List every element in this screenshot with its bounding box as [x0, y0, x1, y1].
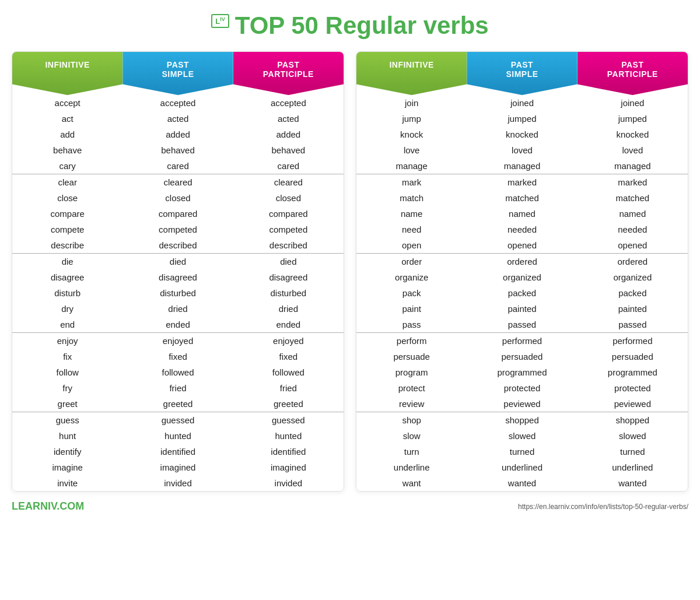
- verb-cell: end: [12, 317, 123, 332]
- table-row: lovelovedloved: [356, 142, 688, 158]
- verb-cell: competed: [123, 222, 233, 237]
- verb-cell: programmed: [578, 364, 688, 380]
- verb-cell: competed: [233, 222, 344, 237]
- verb-cell: hunted: [233, 428, 344, 444]
- verb-cell: fried: [123, 380, 233, 396]
- verb-cell: enjoyed: [233, 333, 344, 349]
- verb-cell: slow: [356, 428, 467, 444]
- table-row: turnturnedturned: [356, 444, 688, 459]
- verb-cell: protect: [356, 380, 467, 396]
- verb-cell: died: [123, 254, 233, 269]
- table-row: knockknockedknocked: [356, 127, 688, 142]
- verb-cell: cared: [123, 158, 233, 174]
- verb-cell: managed: [467, 158, 577, 174]
- footer-brand: LEARNIV.COM: [12, 500, 84, 513]
- verb-cell: packed: [578, 285, 688, 301]
- verb-cell: acted: [233, 111, 344, 127]
- verb-cell: ordered: [467, 254, 577, 269]
- verb-cell: marked: [578, 174, 688, 190]
- table-row: matchmatchedmatched: [356, 190, 688, 206]
- verb-cell: turned: [467, 444, 577, 459]
- table-row: competecompetedcompeted: [12, 222, 344, 237]
- left-header-infinitive: INFINITIVE: [12, 52, 123, 95]
- verb-cell: disturbed: [123, 285, 233, 301]
- table-row: clearclearedcleared: [12, 174, 344, 190]
- main-title: TOP 50 Regular verbs: [235, 12, 489, 40]
- table-row: persuadepersuadedpersuaded: [356, 349, 688, 364]
- verb-cell: behaved: [233, 142, 344, 158]
- verb-cell: jumped: [467, 111, 577, 127]
- table-row: guessguessedguessed: [12, 412, 344, 428]
- table-row: greetgreetedgreeted: [12, 396, 344, 412]
- verb-cell: programmed: [467, 364, 577, 380]
- logo-badge: LIV: [211, 14, 229, 28]
- table-row: fryfriedfried: [12, 380, 344, 396]
- table-row: performperformedperformed: [356, 332, 688, 349]
- verb-cell: identified: [233, 444, 344, 459]
- verb-cell: closed: [233, 190, 344, 206]
- table-row: disturbdisturbeddisturbed: [12, 285, 344, 301]
- verb-cell: cleared: [233, 174, 344, 190]
- verb-cell: performed: [467, 333, 577, 349]
- verb-cell: cared: [233, 158, 344, 174]
- table-row: markmarkedmarked: [356, 174, 688, 190]
- table-row: programprogrammedprogrammed: [356, 364, 688, 380]
- verb-cell: organize: [356, 269, 467, 285]
- left-table: INFINITIVE PASTSIMPLE PASTPARTICIPLE acc…: [12, 51, 344, 492]
- verb-cell: added: [233, 127, 344, 142]
- right-header-past-participle: PASTPARTICIPLE: [578, 52, 688, 95]
- verb-cell: disturbed: [233, 285, 344, 301]
- table-row: behavebehavedbehaved: [12, 142, 344, 158]
- verb-cell: dried: [123, 301, 233, 317]
- verb-cell: joined: [467, 95, 577, 111]
- verb-cell: joined: [578, 95, 688, 111]
- verb-cell: passed: [578, 317, 688, 332]
- verb-cell: opened: [467, 237, 577, 253]
- verb-cell: peviewed: [578, 396, 688, 412]
- verb-cell: enjoy: [12, 333, 123, 349]
- right-table-body: joinjoinedjoinedjumpjumpedjumpedknockkno…: [356, 95, 688, 491]
- verb-cell: mark: [356, 174, 467, 190]
- verb-cell: wanted: [578, 475, 688, 491]
- verb-cell: underline: [356, 459, 467, 475]
- verb-cell: want: [356, 475, 467, 491]
- table-row: shopshoppedshopped: [356, 412, 688, 428]
- verb-cell: invite: [12, 475, 123, 491]
- verb-cell: open: [356, 237, 467, 253]
- table-row: slowslowedslowed: [356, 428, 688, 444]
- footer-url: https://en.learniv.com/info/en/lists/top…: [518, 503, 688, 511]
- verb-cell: slowed: [578, 428, 688, 444]
- verb-cell: loved: [467, 142, 577, 158]
- verb-cell: described: [233, 237, 344, 253]
- verb-cell: followed: [123, 364, 233, 380]
- verb-cell: painted: [467, 301, 577, 317]
- table-row: namenamednamed: [356, 206, 688, 222]
- verb-cell: acted: [123, 111, 233, 127]
- verb-cell: accept: [12, 95, 123, 111]
- right-table-header: INFINITIVE PASTSIMPLE PASTPARTICIPLE: [356, 52, 688, 95]
- verb-cell: compete: [12, 222, 123, 237]
- verb-cell: cleared: [123, 174, 233, 190]
- verb-cell: named: [467, 206, 577, 222]
- table-row: carycaredcared: [12, 158, 344, 174]
- verb-cell: hunt: [12, 428, 123, 444]
- verb-cell: program: [356, 364, 467, 380]
- verb-cell: shopped: [578, 412, 688, 428]
- verb-cell: compared: [123, 206, 233, 222]
- verb-cell: love: [356, 142, 467, 158]
- verb-cell: guessed: [233, 412, 344, 428]
- verb-cell: imagined: [123, 459, 233, 475]
- verb-cell: name: [356, 206, 467, 222]
- verb-cell: need: [356, 222, 467, 237]
- table-row: disagreedisagreeddisagreed: [12, 269, 344, 285]
- verb-cell: die: [12, 254, 123, 269]
- table-row: identifyidentifiedidentified: [12, 444, 344, 459]
- verb-cell: dried: [233, 301, 344, 317]
- verb-cell: invided: [123, 475, 233, 491]
- verb-cell: greet: [12, 396, 123, 412]
- table-row: wantwantedwanted: [356, 475, 688, 491]
- verb-cell: disagree: [12, 269, 123, 285]
- verb-cell: knocked: [467, 127, 577, 142]
- verb-cell: wanted: [467, 475, 577, 491]
- verb-cell: managed: [578, 158, 688, 174]
